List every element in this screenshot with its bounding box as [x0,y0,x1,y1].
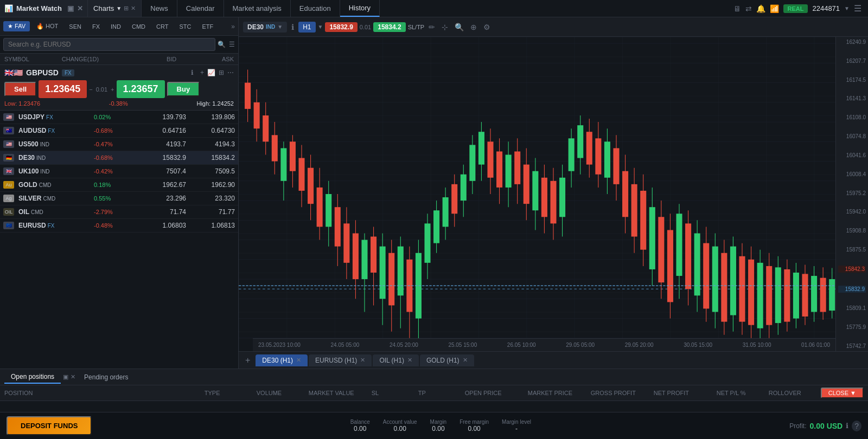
plus-icon[interactable]: + [111,86,114,93]
chart-tab-eurusd-close[interactable]: ✕ [360,357,365,364]
minus-icon[interactable]: − [89,86,92,93]
tab-stc[interactable]: STC [175,22,195,31]
tab-market-analysis[interactable]: Market analysis [224,0,291,17]
list-item[interactable]: Au GOLDCMD 0.18% 1962.67 1962.90 [0,178,238,192]
chart-tab-gold-label: GOLD (H1) [426,357,459,364]
zoom-in-icon[interactable]: ⊕ [468,23,479,31]
bid-oil: 71.74 [137,208,186,216]
profit-value: 0.00 USD [810,422,843,430]
positions-minimize-icon[interactable]: ▣ [63,373,68,380]
crosshair-icon[interactable]: ⊹ [439,23,450,31]
chart-info-icon[interactable]: ℹ [289,23,296,31]
flag-oil: OIL [3,208,14,216]
settings-icon[interactable]: ⚙ [481,23,493,31]
featured-copy-icon[interactable]: ⊞ [219,69,224,76]
timeframe-dropdown[interactable]: ▼ [318,24,323,30]
open-positions-label: Open positions [11,373,54,380]
svg-rect-118 [685,223,691,289]
list-item[interactable]: 🇪🇺 EURUSDFX -0.48% 1.06803 1.06813 [0,219,238,233]
charts-new-icon[interactable]: ⊞ [124,5,129,12]
chart-tab-gold-close[interactable]: ✕ [463,357,468,364]
x-label-1: 24.05 05:00 [330,342,359,348]
positions-close-icon[interactable]: ✕ [71,373,75,380]
featured-info-icon[interactable]: ℹ [191,69,194,76]
chart-tab-oil-close[interactable]: ✕ [407,357,412,364]
add-chart-tab-button[interactable]: + [241,353,254,367]
chart-tab-eurusd[interactable]: EURUSD (H1) ✕ [309,354,372,366]
tab-etf[interactable]: ETF [197,22,218,31]
list-item[interactable]: 🇺🇸 US500IND -0.47% 4193.7 4194.3 [0,138,238,151]
flag-us500: 🇺🇸 [3,140,14,148]
tab-fx[interactable]: FX [88,22,104,31]
chart-tab-de30-close[interactable]: ✕ [296,357,301,364]
more-tabs-icon[interactable]: » [231,23,235,30]
svg-rect-26 [272,135,278,161]
tab-pending-orders[interactable]: Pending orders [78,371,135,383]
menu-icon[interactable]: ☰ [854,3,861,14]
tab-fav[interactable]: ★ FAV [3,21,30,31]
search-input[interactable] [3,38,215,51]
close-icon[interactable]: ✕ [77,4,83,12]
list-item[interactable]: 🇬🇧 UK100IND -0.42% 7507.4 7509.5 [0,165,238,178]
featured-menu-icon[interactable]: ⋯ [227,69,234,76]
chart-tab-oil-label: OIL (H1) [379,357,404,364]
chart-tab-de30[interactable]: DE30 (H1) ✕ [256,354,308,366]
monitor-icon[interactable]: 🖥 [733,4,741,13]
tab-education[interactable]: Education [291,0,340,17]
tab-cmd[interactable]: CMD [127,22,150,31]
charts-label: Charts [93,4,114,12]
tab-hot[interactable]: 🔥 HOT [32,21,62,31]
list-item[interactable]: Ag SILVERCMD 0.55% 23.296 23.320 [0,192,238,205]
tab-open-positions[interactable]: Open positions [4,371,61,384]
tab-ind[interactable]: IND [106,22,125,31]
sell-button[interactable]: Sell [4,82,36,96]
bottom-area: Open positions ▣ ✕ Pending orders POSITI… [0,369,868,439]
profit-info-icon[interactable]: ℹ [846,422,848,430]
timeframe-h1[interactable]: H1 [298,22,315,33]
bell-icon[interactable]: 🔔 [756,4,765,13]
list-item[interactable]: OIL OILCMD -2.79% 71.74 71.77 [0,205,238,219]
list-item[interactable]: 🇦🇺 AUDUSDFX -0.68% 0.64716 0.64730 [0,124,238,138]
svg-rect-100 [604,141,610,177]
magnify-icon[interactable]: 🔍 [452,23,466,31]
account-dropdown-icon[interactable]: ▼ [844,5,850,11]
svg-rect-132 [748,260,754,325]
x-label-9: 01.06 01:00 [801,342,830,348]
free-margin-label: Free margin [459,419,489,425]
charts-dropdown-icon[interactable]: ▼ [116,5,122,11]
x-label-7: 30.05 15:00 [684,342,712,348]
buy-button[interactable]: Buy [167,82,200,96]
tab-calendar[interactable]: Calendar [177,0,224,17]
chart-symbol-dropdown[interactable]: ▼ [277,24,283,30]
svg-rect-110 [649,207,655,269]
bid-audusd: 0.64716 [137,127,186,134]
charts-tab[interactable]: Charts ▼ ⊞ ✕ [88,0,142,17]
tab-sen[interactable]: SEN [65,22,86,31]
featured-chart-icon[interactable]: 📈 [207,69,215,76]
tab-history[interactable]: History [340,0,380,17]
list-item[interactable]: 🇺🇸 USDJPYFX 0.02% 139.793 139.806 [0,111,238,124]
sltp-label[interactable]: SL/TP [408,24,425,30]
chart-symbol-selector[interactable]: DE30 IND ▼ [243,22,287,33]
chart-tab-oil[interactable]: OIL (H1) ✕ [373,354,419,366]
list-item[interactable]: 🇩🇪 DE30IND -0.68% 15832.9 15834.2 [0,151,238,165]
minimize-icon[interactable]: ▣ [67,4,74,12]
tab-crt[interactable]: CRT [152,22,173,31]
chart-tab-gold[interactable]: GOLD (H1) ✕ [420,354,474,366]
tab-news[interactable]: News [142,0,177,17]
arrows-icon[interactable]: ⇄ [745,4,752,13]
featured-plus-icon[interactable]: + [200,69,204,76]
charts-close-icon[interactable]: ✕ [131,5,136,12]
svg-rect-150 [829,279,835,311]
svg-rect-38 [326,194,331,227]
deposit-funds-button[interactable]: DEPOSIT FUNDS [7,416,92,435]
col-change: CHANGE(1D) [62,56,119,62]
market-watch-tabs: ★ FAV 🔥 HOT SEN FX IND CMD CRT STC ETF » [0,17,238,36]
market-watch-panel-title: 📊 Market Watch ▣ ✕ [0,0,88,17]
search-icon[interactable]: 🔍 [218,41,226,48]
close-all-button[interactable]: CLOSE ▼ [821,388,864,398]
help-icon[interactable]: ? [852,421,861,431]
pencil-icon[interactable]: ✏ [426,23,437,31]
signal-icon[interactable]: 📶 [770,4,779,13]
layout-icon[interactable]: ☰ [229,41,235,48]
